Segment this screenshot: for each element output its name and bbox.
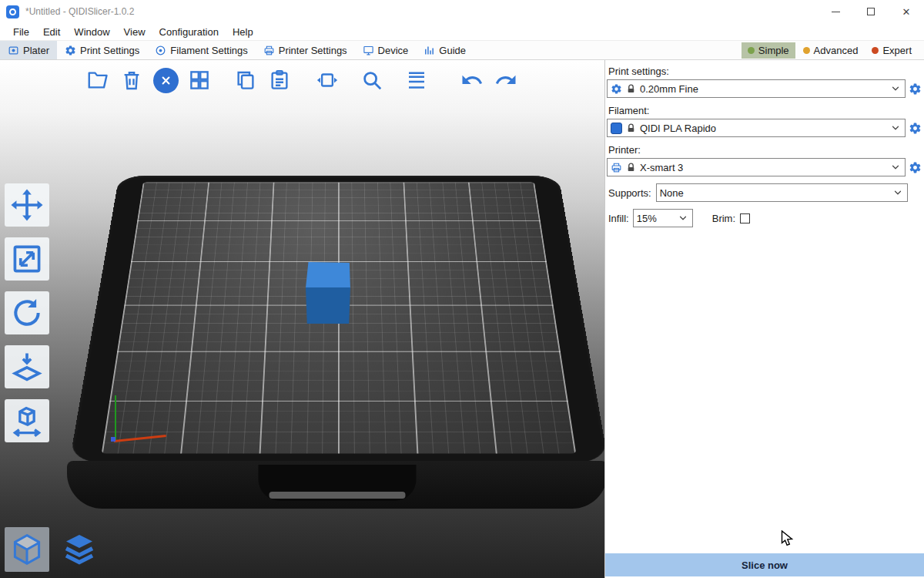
place-on-face-tool-button[interactable] bbox=[5, 345, 49, 388]
gizmo-toolbar bbox=[5, 183, 49, 442]
split-objects-button[interactable] bbox=[313, 63, 342, 97]
build-plate-handle-lip bbox=[270, 492, 406, 499]
supports-combo[interactable]: None bbox=[656, 183, 908, 202]
gear-icon bbox=[909, 122, 922, 135]
print-settings-edit-button[interactable] bbox=[908, 80, 922, 97]
print-settings-value: 0.20mm Fine bbox=[640, 83, 698, 95]
move-arrows-icon bbox=[10, 188, 44, 222]
filament-combo[interactable]: QIDI PLA Rapido bbox=[607, 119, 906, 137]
filament-edit-button[interactable] bbox=[908, 119, 922, 136]
open-folder-icon bbox=[86, 69, 109, 92]
tab-print-settings[interactable]: Print Settings bbox=[57, 41, 147, 59]
cube-3d-view-icon bbox=[8, 531, 45, 568]
preview-view-button[interactable] bbox=[57, 527, 102, 572]
undo-icon bbox=[460, 69, 484, 92]
undo-button[interactable] bbox=[457, 63, 487, 97]
printer-value: X-smart 3 bbox=[640, 162, 683, 173]
lock-icon bbox=[626, 163, 636, 173]
search-button[interactable] bbox=[357, 63, 387, 97]
arrange-button[interactable] bbox=[185, 63, 214, 97]
minimize-button[interactable] bbox=[818, 0, 853, 23]
tab-bar: Plater Print Settings Filament Settings … bbox=[0, 40, 924, 60]
tab-printer-settings[interactable]: Printer Settings bbox=[256, 41, 355, 59]
arrange-grid-icon bbox=[188, 69, 211, 92]
filament-spool-icon bbox=[155, 45, 166, 56]
tab-device[interactable]: Device bbox=[355, 41, 417, 59]
build-plate-handle bbox=[259, 465, 417, 501]
model-cube-top-face[interactable] bbox=[306, 262, 350, 289]
maximize-button[interactable] bbox=[853, 0, 889, 23]
gear-icon bbox=[611, 83, 622, 95]
axis-y-green bbox=[115, 395, 116, 442]
model-cube-front-face[interactable] bbox=[306, 287, 350, 324]
move-tool-button[interactable] bbox=[5, 183, 49, 227]
mode-advanced[interactable]: Advanced bbox=[797, 42, 865, 59]
infill-combo[interactable]: 15% bbox=[633, 209, 693, 227]
gear-icon bbox=[909, 82, 922, 96]
open-file-button[interactable] bbox=[83, 63, 112, 97]
chevron-down-icon bbox=[893, 188, 902, 197]
delete-all-button[interactable] bbox=[151, 63, 180, 97]
delete-all-circle-x-icon bbox=[153, 68, 179, 93]
device-monitor-icon bbox=[363, 45, 374, 56]
copy-button[interactable] bbox=[231, 63, 260, 97]
tab-printer-settings-label: Printer Settings bbox=[279, 45, 347, 56]
tab-guide[interactable]: Guide bbox=[416, 41, 474, 59]
redo-icon bbox=[494, 69, 517, 92]
mode-expert[interactable]: Expert bbox=[865, 42, 918, 59]
plater-icon bbox=[8, 45, 19, 56]
printer-edit-button[interactable] bbox=[908, 159, 922, 176]
trash-icon bbox=[120, 69, 143, 92]
filament-value: QIDI PLA Rapido bbox=[640, 123, 716, 134]
split-icon bbox=[316, 69, 339, 92]
brim-label: Brim: bbox=[712, 213, 735, 224]
infill-label: Infill: bbox=[608, 213, 629, 224]
redo-button[interactable] bbox=[491, 63, 521, 97]
mode-selector: Simple Advanced Expert bbox=[742, 41, 924, 59]
chevron-down-icon bbox=[891, 163, 900, 172]
gear-icon bbox=[65, 45, 76, 56]
axis-origin-marker bbox=[111, 437, 116, 442]
tab-guide-label: Guide bbox=[439, 45, 466, 56]
menu-view[interactable]: View bbox=[117, 26, 152, 38]
paste-button[interactable] bbox=[265, 63, 294, 97]
menu-file[interactable]: File bbox=[6, 26, 36, 38]
scale-tool-button[interactable] bbox=[5, 237, 49, 281]
expert-mode-dot-icon bbox=[872, 47, 879, 54]
copy-icon bbox=[234, 69, 257, 92]
tab-plater[interactable]: Plater bbox=[0, 41, 57, 59]
3d-viewport[interactable] bbox=[0, 60, 604, 578]
search-icon bbox=[360, 69, 383, 92]
menu-help[interactable]: Help bbox=[226, 26, 260, 38]
tab-filament-settings[interactable]: Filament Settings bbox=[147, 41, 255, 59]
mode-simple[interactable]: Simple bbox=[742, 42, 795, 59]
brim-checkbox[interactable] bbox=[740, 213, 750, 223]
print-settings-combo[interactable]: 0.20mm Fine bbox=[607, 79, 906, 98]
advanced-mode-dot-icon bbox=[803, 47, 810, 54]
menu-bar: File Edit Window View Configuration Help bbox=[0, 23, 924, 40]
chevron-down-icon bbox=[891, 84, 900, 93]
guide-icon bbox=[424, 45, 435, 56]
printer-label: Printer: bbox=[608, 144, 922, 156]
rotate-tool-button[interactable] bbox=[5, 291, 49, 334]
delete-button[interactable] bbox=[117, 63, 146, 97]
printer-combo[interactable]: X-smart 3 bbox=[607, 158, 906, 176]
build-plate-front bbox=[67, 461, 604, 509]
editor-view-button[interactable] bbox=[5, 527, 49, 572]
lock-icon bbox=[626, 123, 636, 133]
close-button[interactable]: ✕ bbox=[889, 0, 924, 23]
build-plate bbox=[69, 60, 604, 462]
supports-label: Supports: bbox=[608, 187, 651, 199]
simple-mode-dot-icon bbox=[748, 47, 755, 54]
slice-now-button[interactable]: Slice now bbox=[605, 553, 924, 576]
menu-configuration[interactable]: Configuration bbox=[152, 26, 226, 38]
chevron-down-icon bbox=[678, 213, 688, 223]
printer-icon bbox=[611, 162, 622, 173]
menu-window[interactable]: Window bbox=[67, 26, 116, 38]
menu-edit[interactable]: Edit bbox=[36, 26, 67, 38]
variable-layer-height-button[interactable] bbox=[402, 63, 431, 97]
gear-icon bbox=[909, 161, 922, 174]
measure-tool-button[interactable] bbox=[5, 399, 49, 442]
printer-icon bbox=[263, 45, 275, 56]
tab-device-label: Device bbox=[378, 45, 409, 56]
